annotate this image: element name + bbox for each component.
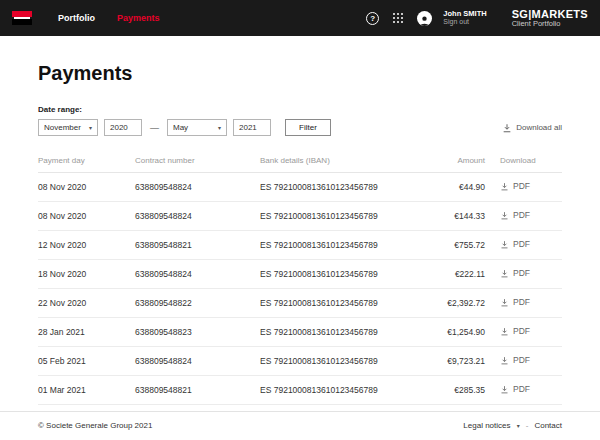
pdf-download-link[interactable]: PDF (500, 268, 530, 278)
table-body: 08 Nov 2020 638809548824 ES 792100081361… (38, 173, 562, 405)
amount-cell: €1,254.90 (420, 318, 485, 347)
amount-cell: €285.35 (420, 376, 485, 405)
from-year-value: 2020 (110, 123, 128, 132)
user-avatar-icon[interactable] (417, 11, 432, 26)
pdf-download-link[interactable]: PDF (500, 355, 530, 365)
payment-day-cell: 12 Nov 2020 (38, 231, 135, 260)
contract-number-cell: 638809548824 (135, 347, 260, 376)
payment-day-cell: 22 Nov 2020 (38, 289, 135, 318)
help-icon[interactable]: ? (365, 11, 380, 26)
download-icon (500, 327, 509, 336)
copyright: © Societe Generale Group 2021 (38, 421, 152, 430)
payment-day-cell: 01 Mar 2021 (38, 376, 135, 405)
filter-controls: November ▾ 2020 — May ▾ 2021 Filter Down… (38, 119, 562, 136)
iban-cell: ES 7921000813610123456789 (260, 347, 420, 376)
to-year-input[interactable]: 2021 (233, 119, 271, 136)
top-navigation: Portfolio Payments (58, 13, 160, 23)
pdf-label: PDF (513, 210, 530, 220)
pdf-label: PDF (513, 355, 530, 365)
iban-cell: ES 7921000813610123456789 (260, 231, 420, 260)
download-icon (500, 356, 509, 365)
nav-item-portfolio[interactable]: Portfolio (58, 13, 95, 23)
pdf-download-link[interactable]: PDF (500, 297, 530, 307)
pdf-download-link[interactable]: PDF (500, 210, 530, 220)
pdf-label: PDF (513, 326, 530, 336)
col-header-contract-number: Contract number (135, 150, 260, 173)
footer-links: Legal notices ▾ - Contact (463, 421, 562, 430)
table-row: 08 Nov 2020 638809548824 ES 792100081361… (38, 202, 562, 231)
iban-cell: ES 7921000813610123456789 (260, 260, 420, 289)
download-cell: PDF (485, 318, 562, 347)
chevron-down-icon: ▾ (517, 423, 520, 429)
sign-out-link[interactable]: Sign out (443, 18, 486, 26)
payment-day-cell: 08 Nov 2020 (38, 173, 135, 202)
top-bar-right: ? John SMITH Sign out SG|MARKETS Client … (365, 8, 588, 28)
brand-subtitle: Client Portfolio (512, 20, 588, 28)
legal-notices-link[interactable]: Legal notices ▾ (463, 421, 519, 430)
from-year-input[interactable]: 2020 (104, 119, 142, 136)
download-all-button[interactable]: Download all (502, 123, 562, 133)
amount-cell: €755.72 (420, 231, 485, 260)
amount-cell: €44.90 (420, 173, 485, 202)
iban-cell: ES 7921000813610123456789 (260, 289, 420, 318)
iban-cell: ES 7921000813610123456789 (260, 318, 420, 347)
to-year-value: 2021 (239, 123, 257, 132)
download-cell: PDF (485, 260, 562, 289)
filter-button[interactable]: Filter (285, 119, 331, 136)
chevron-down-icon: ▾ (89, 124, 92, 131)
table-row: 05 Feb 2021 638809548824 ES 792100081361… (38, 347, 562, 376)
amount-cell: €222.11 (420, 260, 485, 289)
download-all-label: Download all (516, 123, 562, 132)
pdf-download-link[interactable]: PDF (500, 384, 530, 394)
pdf-label: PDF (513, 384, 530, 394)
societe-generale-logo-icon[interactable] (12, 11, 32, 25)
apps-grid-icon[interactable] (391, 11, 406, 26)
col-header-payment-day: Payment day (38, 150, 135, 173)
iban-cell: ES 7921000813610123456789 (260, 173, 420, 202)
to-month-value: May (173, 123, 188, 132)
footer: © Societe Generale Group 2021 Legal noti… (0, 411, 600, 440)
contract-number-cell: 638809548824 (135, 202, 260, 231)
download-cell: PDF (485, 347, 562, 376)
nav-item-payments[interactable]: Payments (117, 13, 160, 23)
table-row: 18 Nov 2020 638809548824 ES 792100081361… (38, 260, 562, 289)
pdf-label: PDF (513, 239, 530, 249)
download-icon (500, 269, 509, 278)
contract-number-cell: 638809548821 (135, 376, 260, 405)
pdf-label: PDF (513, 268, 530, 278)
table-row: 01 Mar 2021 638809548821 ES 792100081361… (38, 376, 562, 405)
contract-number-cell: 638809548823 (135, 318, 260, 347)
table-header: Payment day Contract number Bank details… (38, 150, 562, 173)
range-dash: — (150, 123, 159, 133)
col-header-bank-details: Bank details (IBAN) (260, 150, 420, 173)
table-row: 08 Nov 2020 638809548824 ES 792100081361… (38, 173, 562, 202)
pdf-download-link[interactable]: PDF (500, 181, 530, 191)
pdf-download-link[interactable]: PDF (500, 326, 530, 336)
download-icon (500, 298, 509, 307)
footer-separator: - (526, 421, 529, 430)
user-block: John SMITH Sign out (443, 10, 486, 27)
contact-link[interactable]: Contact (534, 421, 562, 430)
page-title: Payments (38, 62, 562, 85)
contract-number-cell: 638809548824 (135, 173, 260, 202)
download-cell: PDF (485, 376, 562, 405)
to-month-select[interactable]: May ▾ (167, 119, 227, 136)
download-cell: PDF (485, 289, 562, 318)
payment-day-cell: 28 Jan 2021 (38, 318, 135, 347)
date-range-label: Date range: (38, 105, 562, 114)
main-content: Payments Date range: November ▾ 2020 — M… (0, 36, 600, 411)
download-icon (500, 385, 509, 394)
col-header-amount: Amount (420, 150, 485, 173)
download-icon (500, 211, 509, 220)
download-icon (500, 240, 509, 249)
amount-cell: €144.33 (420, 202, 485, 231)
top-bar: Portfolio Payments ? John SMITH Sign out… (0, 0, 600, 36)
iban-cell: ES 7921000813610123456789 (260, 376, 420, 405)
contract-number-cell: 638809548824 (135, 260, 260, 289)
contract-number-cell: 638809548822 (135, 289, 260, 318)
from-month-value: November (44, 123, 81, 132)
table-row: 28 Jan 2021 638809548823 ES 792100081361… (38, 318, 562, 347)
from-month-select[interactable]: November ▾ (38, 119, 98, 136)
payment-day-cell: 08 Nov 2020 (38, 202, 135, 231)
pdf-download-link[interactable]: PDF (500, 239, 530, 249)
